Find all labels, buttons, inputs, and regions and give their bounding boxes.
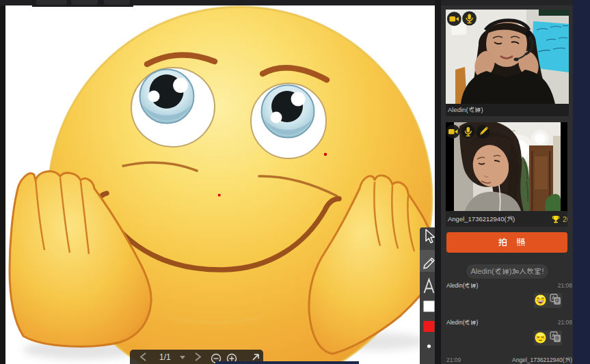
svg-text:1/1: 1/1 — [159, 352, 171, 362]
